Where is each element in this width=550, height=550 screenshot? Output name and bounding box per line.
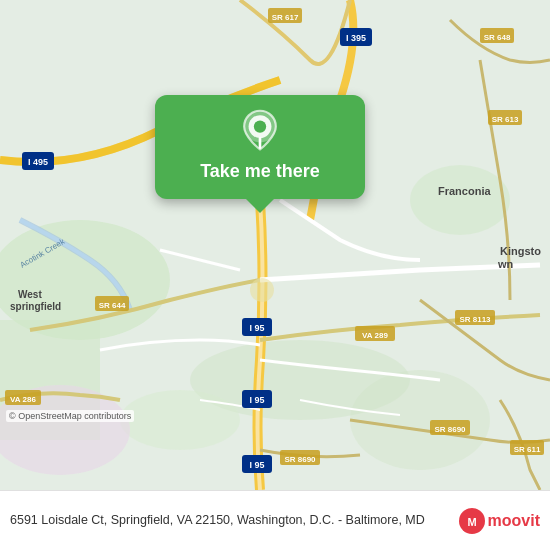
svg-text:Franconia: Franconia <box>438 185 491 197</box>
svg-text:I 495: I 495 <box>28 157 48 167</box>
popup-label: Take me there <box>200 161 320 183</box>
svg-text:springfield: springfield <box>10 301 61 312</box>
svg-text:SR 8690: SR 8690 <box>284 455 316 464</box>
bottom-bar: 6591 Loisdale Ct, Springfield, VA 22150,… <box>0 490 550 550</box>
svg-text:I 95: I 95 <box>249 323 264 333</box>
address-text: 6591 Loisdale Ct, Springfield, VA 22150,… <box>10 512 458 530</box>
svg-text:SR 611: SR 611 <box>514 445 541 454</box>
svg-text:Kingsto: Kingsto <box>500 245 541 257</box>
moovit-logo[interactable]: M moovit <box>458 507 540 535</box>
svg-text:SR 613: SR 613 <box>492 115 519 124</box>
svg-text:M: M <box>467 516 476 528</box>
svg-point-9 <box>250 278 274 302</box>
svg-text:West: West <box>18 289 42 300</box>
openstreetmap-credit: © OpenStreetMap contributors <box>6 410 134 422</box>
svg-text:SR 8113: SR 8113 <box>459 315 491 324</box>
location-pin-icon <box>238 109 282 153</box>
moovit-text: moovit <box>488 512 540 530</box>
svg-text:I 95: I 95 <box>249 460 264 470</box>
svg-text:I 95: I 95 <box>249 395 264 405</box>
svg-text:SR 8690: SR 8690 <box>434 425 466 434</box>
svg-text:I 395: I 395 <box>346 33 366 43</box>
svg-text:wn: wn <box>497 258 514 270</box>
svg-text:VA 289: VA 289 <box>362 331 388 340</box>
svg-point-47 <box>254 120 266 132</box>
svg-point-6 <box>410 165 510 235</box>
moovit-icon: M <box>458 507 486 535</box>
svg-text:SR 644: SR 644 <box>99 301 126 310</box>
svg-text:SR 648: SR 648 <box>484 33 511 42</box>
svg-text:SR 617: SR 617 <box>272 13 299 22</box>
svg-text:VA 286: VA 286 <box>10 395 36 404</box>
take-me-there-popup[interactable]: Take me there <box>155 95 365 199</box>
map-container[interactable]: Acotink Creek <box>0 0 550 490</box>
svg-point-5 <box>120 390 240 450</box>
